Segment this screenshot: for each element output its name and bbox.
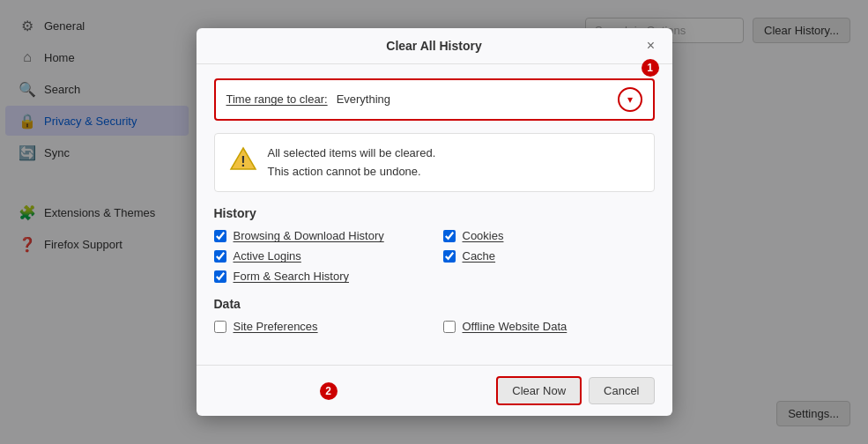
history-section-title: History: [214, 206, 655, 220]
cookies-label: Cookies: [463, 229, 504, 242]
warning-box: ! All selected items will be cleared. Th…: [214, 133, 655, 193]
cache-checkbox[interactable]: [443, 250, 456, 263]
close-button[interactable]: ×: [641, 35, 662, 56]
annotation-badge-1: 1: [642, 59, 659, 77]
form-search-label: Form & Search History: [234, 270, 349, 283]
cookies-checkbox[interactable]: [443, 230, 456, 242]
active-logins-label: Active Logins: [234, 249, 301, 263]
checkbox-cookies[interactable]: Cookies: [443, 229, 655, 242]
annotation-badge-2: 2: [320, 382, 338, 400]
offline-data-checkbox[interactable]: [443, 321, 456, 333]
time-range-row: Time range to clear: Everything ▾: [214, 78, 655, 121]
data-checkboxes: Site Preferences Offline Website Data: [214, 320, 655, 333]
site-prefs-checkbox[interactable]: [214, 321, 226, 333]
dialog-title: Clear All History: [386, 39, 481, 53]
svg-text:!: !: [241, 154, 245, 169]
modal-overlay: Clear All History × 1 Time range to clea…: [0, 0, 868, 444]
form-search-checkbox[interactable]: [214, 270, 226, 283]
dialog-body: 1 Time range to clear: Everything ▾ ! Al…: [197, 64, 672, 366]
checkbox-cache[interactable]: Cache: [443, 249, 655, 263]
browsing-label: Browsing & Download History: [234, 229, 384, 242]
cancel-button[interactable]: Cancel: [589, 377, 654, 404]
checkbox-active-logins[interactable]: Active Logins: [214, 249, 426, 263]
time-range-value: Everything: [337, 92, 609, 106]
dialog-footer: 2 Clear Now Cancel: [197, 365, 672, 416]
time-range-label: Time range to clear:: [226, 92, 328, 106]
warning-triangle-icon: !: [229, 144, 257, 173]
site-prefs-label: Site Preferences: [234, 320, 318, 333]
clear-history-dialog: Clear All History × 1 Time range to clea…: [197, 28, 672, 417]
active-logins-checkbox[interactable]: [214, 250, 226, 263]
checkbox-offline-data[interactable]: Offline Website Data: [443, 320, 655, 333]
checkbox-form-search[interactable]: Form & Search History: [214, 270, 426, 283]
clear-now-button[interactable]: Clear Now: [496, 376, 582, 405]
time-range-dropdown-icon[interactable]: ▾: [618, 87, 642, 112]
data-section: Data Site Preferences Offline Website Da…: [214, 297, 655, 333]
checkbox-browsing[interactable]: Browsing & Download History: [214, 229, 426, 242]
data-section-title: Data: [214, 297, 655, 311]
offline-data-label: Offline Website Data: [463, 320, 568, 333]
history-checkboxes: Browsing & Download History Cookies Acti…: [214, 229, 655, 283]
warning-text: All selected items will be cleared. This…: [268, 144, 436, 181]
browsing-checkbox[interactable]: [214, 230, 226, 242]
cache-label: Cache: [463, 249, 496, 263]
checkbox-site-prefs[interactable]: Site Preferences: [214, 320, 426, 333]
dialog-header: Clear All History ×: [197, 28, 672, 64]
